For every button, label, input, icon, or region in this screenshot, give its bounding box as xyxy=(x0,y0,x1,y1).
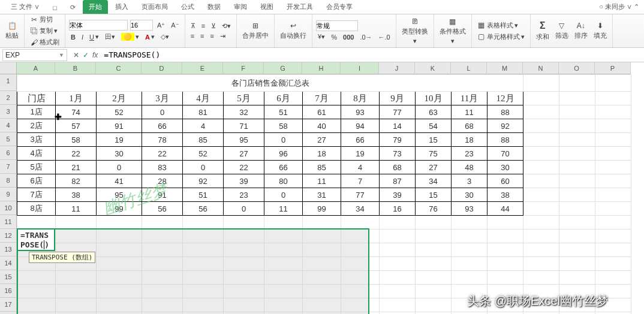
column-header[interactable]: L xyxy=(451,62,487,74)
empty-cell[interactable] xyxy=(224,298,264,312)
data-cell[interactable]: 92 xyxy=(183,174,224,188)
empty-cell[interactable] xyxy=(224,216,264,230)
data-cell[interactable]: 95 xyxy=(224,133,264,147)
empty-cell[interactable] xyxy=(56,271,97,285)
data-cell[interactable]: 8店 xyxy=(17,202,56,216)
empty-cell[interactable] xyxy=(523,271,559,285)
data-cell[interactable]: 81 xyxy=(183,105,224,119)
data-cell[interactable]: 0 xyxy=(264,188,303,202)
table-style-button[interactable]: ▦表格样式▾ xyxy=(476,20,520,31)
empty-cell[interactable] xyxy=(341,271,380,285)
empty-cell[interactable] xyxy=(595,230,631,243)
clear-format-button[interactable]: ◇▾ xyxy=(159,32,171,41)
column-header[interactable]: F xyxy=(223,62,264,74)
data-cell[interactable]: 34 xyxy=(341,202,380,216)
data-cell[interactable]: 28 xyxy=(142,174,183,188)
empty-cell[interactable] xyxy=(142,271,183,285)
indent-button[interactable]: ⇥ xyxy=(218,32,227,41)
data-cell[interactable]: 56 xyxy=(183,202,224,216)
empty-cell[interactable] xyxy=(224,271,264,285)
data-cell[interactable]: 27 xyxy=(416,161,452,174)
data-cell[interactable]: 14 xyxy=(380,119,416,133)
data-cell[interactable]: 19 xyxy=(341,147,380,161)
empty-cell[interactable] xyxy=(97,271,142,285)
empty-cell[interactable] xyxy=(416,298,452,312)
font-name-combo[interactable] xyxy=(69,20,128,31)
sync-status[interactable]: ○ 未同步 ∨ ⌃ xyxy=(594,0,644,14)
data-cell[interactable]: 3 xyxy=(452,174,487,188)
empty-cell[interactable] xyxy=(264,230,303,243)
data-cell[interactable]: 23 xyxy=(452,147,487,161)
data-cell[interactable]: 92 xyxy=(487,119,523,133)
column-header[interactable]: B xyxy=(55,62,96,74)
empty-cell[interactable] xyxy=(224,243,264,257)
empty-cell[interactable] xyxy=(183,312,224,315)
empty-cell[interactable] xyxy=(142,298,183,312)
data-cell[interactable]: 52 xyxy=(183,147,224,161)
empty-cell[interactable] xyxy=(380,216,416,230)
empty-cell[interactable] xyxy=(97,285,142,298)
data-cell[interactable]: 11 xyxy=(56,202,97,216)
data-cell[interactable]: 1店 xyxy=(17,105,56,119)
data-cell[interactable]: 99 xyxy=(303,202,341,216)
empty-cell[interactable] xyxy=(224,230,264,243)
data-cell[interactable]: 44 xyxy=(487,202,523,216)
name-box[interactable]: EXP▼ xyxy=(2,49,67,61)
empty-cell[interactable] xyxy=(380,312,416,315)
empty-cell[interactable] xyxy=(97,257,142,271)
empty-cell[interactable] xyxy=(142,285,183,298)
data-cell[interactable]: 22 xyxy=(56,147,97,161)
paste-button[interactable]: 📋粘贴 xyxy=(4,17,20,45)
row-header[interactable]: 4 xyxy=(0,119,17,132)
data-cell[interactable]: 58 xyxy=(264,119,303,133)
table-header-cell[interactable]: 门店 xyxy=(17,92,56,105)
empty-cell[interactable] xyxy=(487,216,523,230)
bold-button[interactable]: B xyxy=(69,33,77,41)
align-middle-button[interactable]: ≡ xyxy=(200,22,207,30)
empty-cell[interactable] xyxy=(97,298,142,312)
empty-cell[interactable] xyxy=(341,312,380,315)
empty-cell[interactable] xyxy=(416,230,452,243)
data-cell[interactable]: 70 xyxy=(487,147,523,161)
empty-cell[interactable] xyxy=(595,243,631,257)
data-cell[interactable]: 80 xyxy=(264,174,303,188)
ribbon-tab[interactable]: 三 文件 ∨ xyxy=(5,0,46,14)
empty-cell[interactable] xyxy=(97,216,142,230)
ribbon-tab[interactable]: □ xyxy=(47,2,63,14)
empty-cell[interactable] xyxy=(303,298,341,312)
empty-cell[interactable] xyxy=(224,285,264,298)
data-cell[interactable]: 74 xyxy=(56,105,97,119)
data-cell[interactable]: 21 xyxy=(56,161,97,174)
data-cell[interactable]: 34 xyxy=(416,174,452,188)
fill-color-button[interactable]: 🟡▾ xyxy=(119,32,141,41)
row-header[interactable]: 2 xyxy=(0,91,17,105)
data-cell[interactable]: 7 xyxy=(341,174,380,188)
ribbon-tab[interactable]: 开始 xyxy=(83,0,108,14)
row-header[interactable]: 7 xyxy=(0,160,17,174)
empty-cell[interactable] xyxy=(416,285,452,298)
data-cell[interactable]: 51 xyxy=(264,105,303,119)
data-cell[interactable]: 23 xyxy=(224,188,264,202)
data-cell[interactable]: 68 xyxy=(380,161,416,174)
data-cell[interactable]: 11 xyxy=(264,202,303,216)
data-cell[interactable]: 0 xyxy=(97,161,142,174)
row-header[interactable]: 1 xyxy=(0,74,17,91)
ribbon-tab[interactable]: 开发工具 xyxy=(281,0,319,14)
empty-cell[interactable] xyxy=(56,312,97,315)
data-cell[interactable]: 40 xyxy=(303,119,341,133)
empty-cell[interactable] xyxy=(341,216,380,230)
align-right-button[interactable]: ≡ xyxy=(209,32,216,40)
row-header[interactable]: 8 xyxy=(0,174,17,188)
data-cell[interactable]: 76 xyxy=(416,202,452,216)
empty-cell[interactable] xyxy=(487,271,523,285)
empty-cell[interactable] xyxy=(17,312,56,315)
table-header-cell[interactable]: 11月 xyxy=(452,92,487,105)
empty-cell[interactable] xyxy=(303,230,341,243)
align-left-button[interactable]: ≡ xyxy=(189,32,196,40)
empty-cell[interactable] xyxy=(264,216,303,230)
empty-cell[interactable] xyxy=(341,298,380,312)
select-all-corner[interactable] xyxy=(0,62,17,74)
empty-cell[interactable] xyxy=(17,285,56,298)
row-header[interactable]: 14 xyxy=(0,256,17,270)
italic-button[interactable]: I xyxy=(80,33,85,41)
